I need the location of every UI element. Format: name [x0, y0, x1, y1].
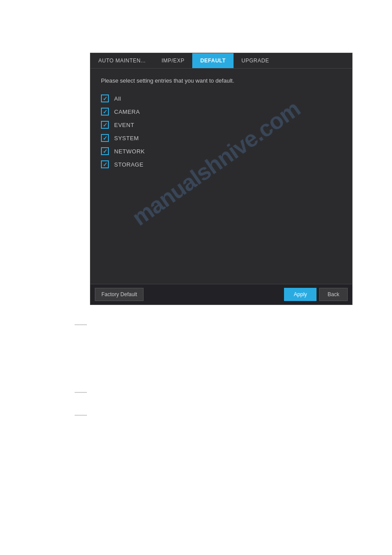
checkbox-list: All CAMERA EVENT SYSTEM NETWORK — [101, 93, 342, 170]
deco-line-3 — [75, 415, 87, 416]
tab-default[interactable]: DEFAULT — [192, 53, 234, 68]
checkbox-all-label: All — [114, 95, 121, 102]
checkbox-event-label: EVENT — [114, 122, 134, 128]
deco-line-2 — [75, 392, 87, 393]
back-button[interactable]: Back — [319, 288, 348, 301]
checkbox-system-label: SYSTEM — [114, 135, 139, 141]
checkbox-item-system[interactable]: SYSTEM — [101, 132, 342, 144]
right-buttons: Apply Back — [284, 288, 348, 301]
checkbox-item-all[interactable]: All — [101, 93, 342, 104]
deco-line-1 — [75, 324, 87, 325]
factory-default-button[interactable]: Factory Default — [95, 288, 144, 301]
tab-bar: AUTO MAINTEN... IMP/EXP DEFAULT UPGRADE — [90, 53, 352, 69]
tab-upgrade[interactable]: UPGRADE — [234, 53, 277, 68]
checkbox-camera-label: CAMERA — [114, 109, 140, 115]
page-wrapper: AUTO MAINTEN... IMP/EXP DEFAULT UPGRADE … — [0, 0, 392, 555]
checkbox-item-network[interactable]: NETWORK — [101, 145, 342, 157]
checkbox-item-camera[interactable]: CAMERA — [101, 106, 342, 117]
instruction-text: Please select setting entries that you w… — [101, 77, 342, 84]
checkbox-network[interactable] — [101, 147, 109, 155]
checkbox-item-storage[interactable]: STORAGE — [101, 159, 342, 170]
checkbox-storage-label: STORAGE — [114, 161, 144, 168]
checkbox-storage[interactable] — [101, 160, 109, 168]
apply-button[interactable]: Apply — [284, 288, 316, 301]
checkbox-network-label: NETWORK — [114, 148, 145, 155]
button-bar: Factory Default Apply Back — [90, 284, 352, 305]
tab-imp-exp[interactable]: IMP/EXP — [154, 53, 192, 68]
checkbox-camera[interactable] — [101, 108, 109, 116]
checkbox-all[interactable] — [101, 94, 109, 102]
main-panel: AUTO MAINTEN... IMP/EXP DEFAULT UPGRADE … — [90, 53, 352, 305]
checkbox-event[interactable] — [101, 121, 109, 129]
checkbox-item-event[interactable]: EVENT — [101, 119, 342, 131]
content-area: Please select setting entries that you w… — [90, 69, 352, 284]
checkbox-system[interactable] — [101, 134, 109, 142]
tab-auto-maintain[interactable]: AUTO MAINTEN... — [90, 53, 154, 68]
